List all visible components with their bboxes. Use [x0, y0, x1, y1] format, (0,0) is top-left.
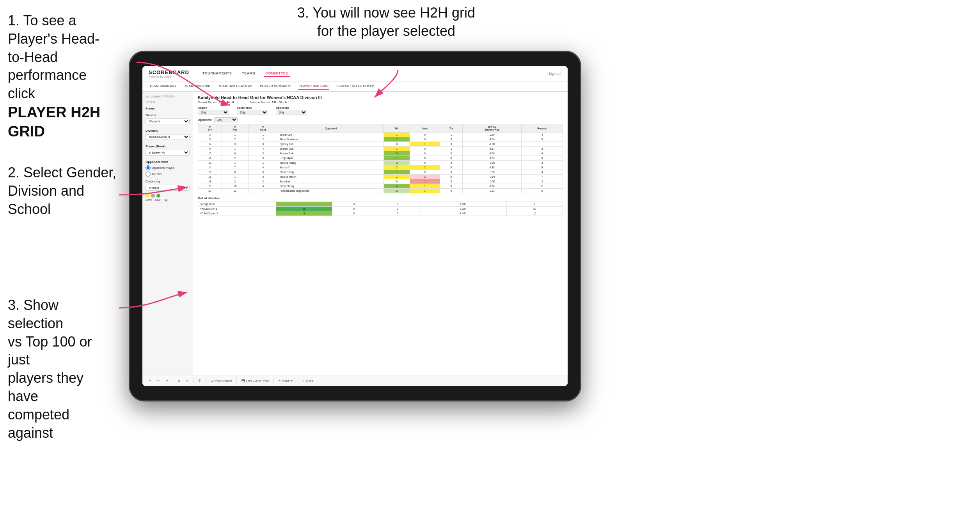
- cell-tie: 0: [376, 211, 419, 216]
- grid-title: Katelyn Vo Head-to-Head Grid for Women's…: [198, 95, 563, 100]
- table-row: 6 3 3 Sydney Kuo 0 1 0 -1.00: [198, 142, 563, 147]
- cell-win: 2: [384, 161, 410, 165]
- cell-diff: 7.400: [419, 211, 507, 216]
- sep2: [193, 378, 194, 384]
- save-custom-view-btn[interactable]: 💾 Save Custom View: [240, 378, 270, 383]
- table-row: 11 2 5 Heejo Hyun 1 0 0 3.33 3: [198, 156, 563, 161]
- cell-rounds: 4: [522, 133, 563, 137]
- th-diff: Diff AvStrokes/Rnd: [463, 124, 522, 133]
- cell-win: 2: [384, 165, 410, 170]
- subnav-player-summary[interactable]: PLAYER SUMMARY: [259, 83, 291, 90]
- sep3: [206, 378, 206, 384]
- cell-reg: 1: [222, 147, 248, 151]
- copy-btn[interactable]: ⧉: [176, 378, 181, 383]
- radio-opponents-played[interactable]: Opponents Played: [146, 165, 190, 170]
- division-select[interactable]: NCAA Division III NCAA Division I NCAA D…: [146, 134, 190, 140]
- cell-diff: 1.33: [463, 189, 522, 193]
- cell-diff: -5.00: [463, 179, 522, 184]
- top-navbar: SCOREBOARD Powered by clippd TOURNAMENTS…: [142, 66, 568, 81]
- cell-diff: 4.00: [463, 137, 522, 142]
- gender-select[interactable]: Women's Men's: [146, 118, 190, 124]
- timestamp2: 16:55:28: [146, 101, 190, 104]
- opponent-label: Opponent: [276, 106, 307, 109]
- instruction-3-bottom-text: 3. Show selection vs Top 100 or just pla…: [0, 296, 121, 442]
- cell-div: 13: [198, 161, 222, 165]
- cell-div: 6: [198, 142, 222, 147]
- cell-conf: 1: [248, 133, 278, 137]
- cell-loss: 0: [410, 170, 440, 175]
- logo-text: SCOREBOARD: [149, 69, 189, 75]
- colour-by-select[interactable]: Win/loss: [146, 185, 190, 191]
- cell-tie: 0: [440, 189, 463, 193]
- cell-loss: 1: [410, 189, 440, 193]
- cell-opponent: Sydney Kuo: [278, 142, 384, 147]
- opponents-filter-row: Opponents: (All): [198, 117, 563, 122]
- clock-btn[interactable]: ⏱: [197, 378, 202, 383]
- cell-reg: 10: [222, 184, 248, 189]
- tablet-screen: SCOREBOARD Powered by clippd TOURNAMENTS…: [142, 66, 568, 386]
- cell-reg: 7: [222, 165, 248, 170]
- subnav-team-h2h-heatmap[interactable]: TEAM H2H HEATMAP: [218, 83, 253, 90]
- cell-win: 15: [276, 207, 332, 211]
- cell-rounds: 4: [522, 170, 563, 175]
- subnav-team-summary[interactable]: TEAM SUMMARY: [149, 83, 178, 90]
- cell-conf: 4: [248, 147, 278, 151]
- sub-navbar: TEAM SUMMARY TEAM H2H GRID TEAM H2H HEAT…: [142, 81, 568, 92]
- cell-opponent: Eunice Yi: [278, 165, 384, 170]
- cell-opponent: Sharon Mun: [278, 147, 384, 151]
- cell-tie: 1: [440, 147, 463, 151]
- table-row: 15 8 5 Stella Cheng 1 0 0 1.25 4: [198, 170, 563, 175]
- cell-loss: 2: [410, 165, 440, 170]
- cell-tie: 0: [440, 184, 463, 189]
- radio-top100[interactable]: Top 100: [146, 172, 190, 177]
- cell-reg: 8: [222, 170, 248, 175]
- cell-div: 10: [198, 151, 222, 156]
- subnav-team-h2h-grid[interactable]: TEAM H2H GRID: [184, 83, 211, 90]
- player-rank-select[interactable]: 8. Katelyn Vo: [146, 150, 190, 156]
- nav-teams[interactable]: TEAMS: [240, 71, 257, 77]
- cell-conf: 6: [248, 184, 278, 189]
- table-row: 5 2 2 Alexis Sudjianto 1 0 0 4.00 3: [198, 137, 563, 142]
- cell-conf: 5: [248, 170, 278, 175]
- cell-opponent: NAIA Division 1: [198, 207, 276, 211]
- view-original-btn[interactable]: 📊 View: Original: [209, 378, 233, 383]
- watch-btn[interactable]: 👁 Watch ▼: [277, 378, 295, 383]
- nav-right[interactable]: | Sign out: [547, 72, 561, 76]
- cell-opponent: Stella Cheng: [278, 170, 384, 175]
- player-rank-label: Player (Rank): [146, 145, 190, 148]
- nav-committee[interactable]: COMMITTEE: [264, 71, 290, 77]
- cell-loss: 0: [332, 202, 376, 207]
- subnav-player-h2h-heatmap[interactable]: PLAYER H2H HEATMAP: [336, 83, 375, 90]
- undo-btn[interactable]: ↩: [147, 378, 153, 383]
- opponents-select[interactable]: (All): [214, 117, 238, 122]
- cell-loss: 0: [332, 207, 376, 211]
- opponent-select[interactable]: (All): [276, 110, 307, 115]
- redo-btn[interactable]: ↪: [164, 378, 170, 383]
- refresh-btn[interactable]: ↺: [185, 378, 190, 383]
- share-btn[interactable]: ⇪ Share: [301, 378, 315, 383]
- cell-div: 20: [198, 189, 222, 193]
- cell-div: 3: [198, 133, 222, 137]
- cell-conf: 3: [248, 151, 278, 156]
- cell-win: 1: [276, 202, 332, 207]
- cell-loss: 1: [410, 179, 440, 184]
- filter-row: Region (All) Conference (All) Opponent: [198, 106, 563, 115]
- h2h-table: #Div #Reg #Conf Opponent Win Loss Tie Di…: [198, 124, 563, 193]
- cell-div: 11: [198, 156, 222, 161]
- conference-select[interactable]: (All): [237, 110, 268, 115]
- cell-rounds: 9: [522, 165, 563, 170]
- undo2-btn[interactable]: ↩: [156, 378, 161, 383]
- subnav-player-h2h-grid[interactable]: PLAYER H2H GRID: [298, 83, 330, 90]
- th-opponent: Opponent: [278, 124, 384, 133]
- region-select[interactable]: (All): [198, 110, 229, 115]
- colour-down-label: Down: [146, 198, 152, 201]
- cell-opponent: Alexis Sudjianto: [278, 137, 384, 142]
- cell-win: 1: [384, 156, 410, 161]
- cell-rounds: 7: [522, 175, 563, 179]
- cell-reg: 2: [222, 137, 248, 142]
- cell-tie: 0: [440, 137, 463, 142]
- cell-loss: 2: [410, 175, 440, 179]
- tablet: SCOREBOARD Powered by clippd TOURNAMENTS…: [129, 51, 581, 401]
- cell-tie: 0: [440, 161, 463, 165]
- nav-tournaments[interactable]: TOURNAMENTS: [201, 71, 233, 77]
